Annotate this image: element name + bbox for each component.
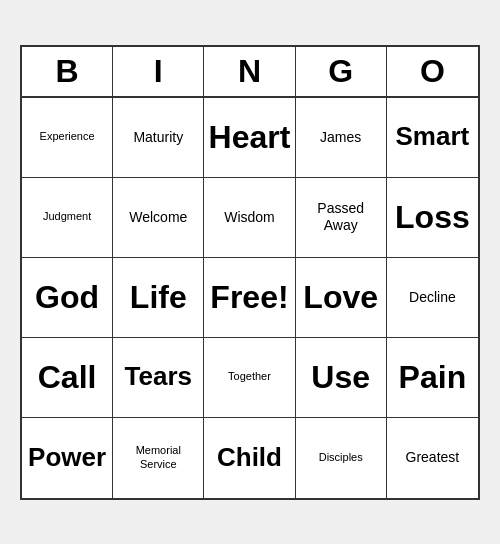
bingo-grid: ExperienceMaturityHeartJamesSmartJudgmen… — [22, 98, 478, 498]
bingo-cell: Heart — [204, 98, 295, 178]
bingo-header: BINGO — [22, 47, 478, 98]
header-letter: B — [22, 47, 113, 96]
header-letter: I — [113, 47, 204, 96]
bingo-cell: Greatest — [387, 418, 478, 498]
bingo-cell: James — [296, 98, 387, 178]
bingo-cell: Loss — [387, 178, 478, 258]
header-letter: O — [387, 47, 478, 96]
bingo-cell: Pain — [387, 338, 478, 418]
bingo-cell: Together — [204, 338, 295, 418]
bingo-cell: Passed Away — [296, 178, 387, 258]
bingo-cell: Love — [296, 258, 387, 338]
bingo-cell: Disciples — [296, 418, 387, 498]
header-letter: G — [296, 47, 387, 96]
bingo-cell: Child — [204, 418, 295, 498]
bingo-cell: Welcome — [113, 178, 204, 258]
bingo-cell: Life — [113, 258, 204, 338]
bingo-cell: Tears — [113, 338, 204, 418]
bingo-cell: Experience — [22, 98, 113, 178]
bingo-cell: Smart — [387, 98, 478, 178]
bingo-cell: Memorial Service — [113, 418, 204, 498]
bingo-cell: Maturity — [113, 98, 204, 178]
bingo-cell: Decline — [387, 258, 478, 338]
bingo-cell: God — [22, 258, 113, 338]
bingo-cell: Use — [296, 338, 387, 418]
bingo-cell: Power — [22, 418, 113, 498]
bingo-cell: Wisdom — [204, 178, 295, 258]
bingo-cell: Call — [22, 338, 113, 418]
bingo-card: BINGO ExperienceMaturityHeartJamesSmartJ… — [20, 45, 480, 500]
bingo-cell: Judgment — [22, 178, 113, 258]
header-letter: N — [204, 47, 295, 96]
bingo-cell: Free! — [204, 258, 295, 338]
